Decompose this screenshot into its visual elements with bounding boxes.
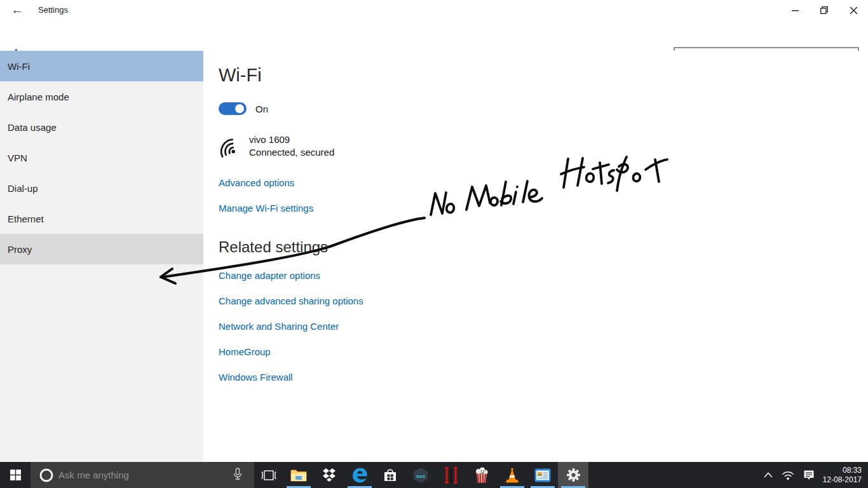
task-view-button[interactable] [254, 462, 283, 488]
taskbar-app-settings[interactable] [558, 462, 588, 488]
popcorn-time-icon [474, 467, 489, 484]
wifi-signal-icon [219, 133, 243, 158]
system-tray: 08:33 12-08-2017 [759, 462, 868, 488]
change-adapter-options-link[interactable]: Change adapter options [219, 270, 320, 281]
action-center-icon [803, 470, 815, 481]
network-status: Connected, secured [249, 146, 334, 159]
cortana-icon [39, 468, 54, 483]
wifi-page-title: Wi-Fi [219, 65, 262, 86]
edge-browser-icon [351, 467, 368, 484]
tray-wifi-icon [782, 470, 794, 480]
restore-button[interactable] [810, 0, 839, 20]
taskbar-app-blue-screen[interactable] [527, 462, 558, 488]
blue-screen-app-icon [534, 468, 551, 482]
taskbar-app-file-explorer[interactable] [283, 462, 314, 488]
task-view-icon [261, 470, 276, 481]
sidebar-item-ethernet[interactable]: Ethernet [0, 203, 203, 234]
file-explorer-icon [290, 468, 307, 482]
red-game-icon [444, 467, 459, 484]
close-button[interactable] [839, 0, 868, 20]
windows-store-icon [383, 468, 398, 483]
chevron-up-icon [764, 472, 773, 478]
window-title: Settings [38, 5, 68, 15]
sidebar-item-wifi[interactable]: Wi-Fi [0, 51, 203, 81]
sidebar-item-vpn[interactable]: VPN [0, 142, 203, 173]
manage-wifi-settings-link[interactable]: Manage Wi-Fi settings [219, 203, 313, 214]
wifi-settings-panel: Wi-Fi On vivo 1609 Connected, secured Ad… [203, 51, 868, 462]
minimize-button[interactable] [780, 0, 810, 20]
change-advanced-sharing-options-link[interactable]: Change advanced sharing options [219, 295, 363, 306]
back-arrow-icon: ← [11, 3, 24, 17]
sidebar-item-data-usage[interactable]: Data usage [0, 112, 203, 142]
vlc-icon [504, 467, 520, 484]
cortana-placeholder: Ask me anything [58, 470, 129, 480]
taskbar-app-windows-store[interactable] [375, 462, 405, 488]
cortana-search-box[interactable]: Ask me anything [31, 462, 254, 488]
taskbar: Ask me anything [0, 462, 868, 488]
nox-player-icon: nox [412, 467, 430, 484]
taskbar-app-dropbox[interactable] [314, 462, 344, 488]
clock-time: 08:33 [823, 466, 862, 475]
svg-text:nox: nox [416, 473, 426, 478]
windows-logo-icon [10, 470, 21, 480]
microphone-icon[interactable] [233, 468, 243, 482]
taskbar-app-vlc[interactable] [497, 462, 527, 488]
taskbar-app-popcorn-time[interactable] [466, 462, 497, 488]
wifi-toggle[interactable] [219, 102, 247, 115]
taskbar-app-edge[interactable] [344, 462, 375, 488]
settings-gear-taskbar-icon [566, 467, 581, 483]
close-icon [850, 7, 857, 14]
taskbar-clock[interactable]: 08:33 12-08-2017 [819, 466, 868, 485]
restore-icon [820, 6, 828, 14]
settings-sidebar: Wi-Fi Airplane mode Data usage VPN Dial-… [0, 51, 203, 462]
sidebar-item-proxy[interactable]: Proxy [0, 234, 203, 264]
toggle-knob [235, 104, 244, 113]
related-settings-heading: Related settings [219, 238, 328, 256]
tray-action-center[interactable] [799, 462, 819, 488]
taskbar-app-nox-player[interactable]: nox [405, 462, 436, 488]
dropbox-icon [322, 468, 337, 483]
minimize-icon [792, 7, 799, 14]
taskbar-app-red-game[interactable] [436, 462, 466, 488]
windows-firewall-link[interactable]: Windows Firewall [219, 372, 293, 383]
back-button[interactable]: ← [6, 1, 28, 19]
network-name: vivo 1609 [249, 133, 334, 146]
tray-wifi[interactable] [777, 462, 799, 488]
sidebar-item-airplane-mode[interactable]: Airplane mode [0, 81, 203, 112]
page-header: NETWORK & INTERNET [0, 20, 868, 51]
clock-date: 12-08-2017 [823, 475, 862, 485]
connected-network-item[interactable]: vivo 1609 Connected, secured [219, 133, 334, 159]
title-bar: ← Settings [0, 0, 868, 20]
network-and-sharing-center-link[interactable]: Network and Sharing Center [219, 321, 339, 332]
homegroup-link[interactable]: HomeGroup [219, 346, 271, 357]
tray-show-hidden-icons[interactable] [759, 462, 777, 488]
start-button[interactable] [0, 462, 31, 488]
advanced-options-link[interactable]: Advanced options [219, 177, 294, 188]
wifi-toggle-state: On [255, 104, 268, 114]
sidebar-item-dial-up[interactable]: Dial-up [0, 173, 203, 203]
